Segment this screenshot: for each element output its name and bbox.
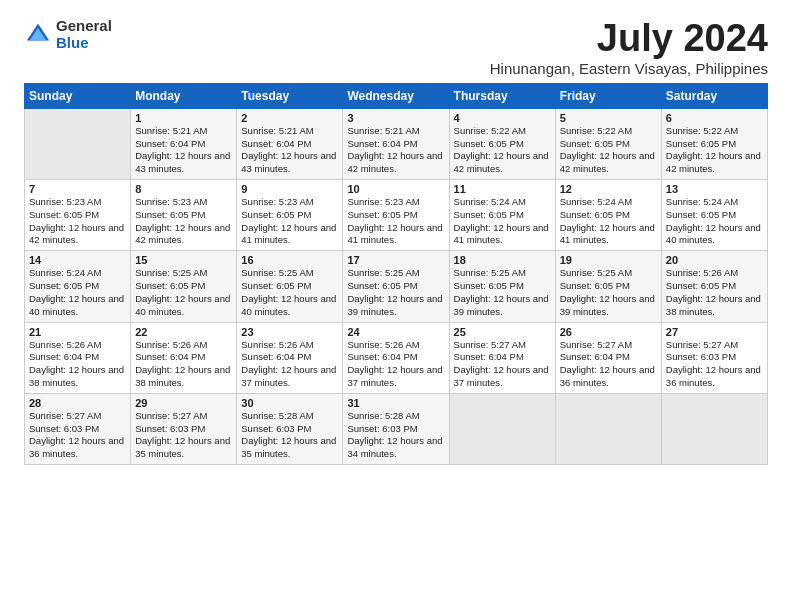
calendar-cell: 8Sunrise: 5:23 AMSunset: 6:05 PMDaylight…	[131, 180, 237, 251]
main-title: July 2024	[490, 18, 768, 60]
cell-info: Sunrise: 5:26 AMSunset: 6:04 PMDaylight:…	[241, 339, 336, 388]
day-number: 8	[135, 183, 232, 195]
day-number: 10	[347, 183, 444, 195]
calendar-cell: 19Sunrise: 5:25 AMSunset: 6:05 PMDayligh…	[555, 251, 661, 322]
day-number: 13	[666, 183, 763, 195]
cell-info: Sunrise: 5:25 AMSunset: 6:05 PMDaylight:…	[347, 267, 442, 316]
cell-info: Sunrise: 5:22 AMSunset: 6:05 PMDaylight:…	[560, 125, 655, 174]
day-number: 17	[347, 254, 444, 266]
day-number: 6	[666, 112, 763, 124]
logo-icon	[24, 21, 52, 49]
day-number: 31	[347, 397, 444, 409]
calendar-cell: 13Sunrise: 5:24 AMSunset: 6:05 PMDayligh…	[661, 180, 767, 251]
calendar-cell: 24Sunrise: 5:26 AMSunset: 6:04 PMDayligh…	[343, 322, 449, 393]
calendar-cell: 27Sunrise: 5:27 AMSunset: 6:03 PMDayligh…	[661, 322, 767, 393]
calendar-cell: 7Sunrise: 5:23 AMSunset: 6:05 PMDaylight…	[25, 180, 131, 251]
cell-info: Sunrise: 5:21 AMSunset: 6:04 PMDaylight:…	[347, 125, 442, 174]
calendar-cell: 18Sunrise: 5:25 AMSunset: 6:05 PMDayligh…	[449, 251, 555, 322]
day-number: 27	[666, 326, 763, 338]
day-number: 19	[560, 254, 657, 266]
calendar-cell	[555, 393, 661, 464]
logo-text: General Blue	[56, 18, 112, 51]
calendar-week-row: 1Sunrise: 5:21 AMSunset: 6:04 PMDaylight…	[25, 108, 768, 179]
day-number: 23	[241, 326, 338, 338]
day-number: 16	[241, 254, 338, 266]
day-number: 30	[241, 397, 338, 409]
header-day: Monday	[131, 83, 237, 108]
day-number: 28	[29, 397, 126, 409]
calendar-cell: 23Sunrise: 5:26 AMSunset: 6:04 PMDayligh…	[237, 322, 343, 393]
calendar-cell: 25Sunrise: 5:27 AMSunset: 6:04 PMDayligh…	[449, 322, 555, 393]
calendar-cell: 12Sunrise: 5:24 AMSunset: 6:05 PMDayligh…	[555, 180, 661, 251]
calendar-cell: 28Sunrise: 5:27 AMSunset: 6:03 PMDayligh…	[25, 393, 131, 464]
calendar-cell: 11Sunrise: 5:24 AMSunset: 6:05 PMDayligh…	[449, 180, 555, 251]
cell-info: Sunrise: 5:27 AMSunset: 6:03 PMDaylight:…	[29, 410, 124, 459]
calendar-cell	[661, 393, 767, 464]
cell-info: Sunrise: 5:27 AMSunset: 6:03 PMDaylight:…	[135, 410, 230, 459]
cell-info: Sunrise: 5:24 AMSunset: 6:05 PMDaylight:…	[454, 196, 549, 245]
header-day: Tuesday	[237, 83, 343, 108]
cell-info: Sunrise: 5:21 AMSunset: 6:04 PMDaylight:…	[135, 125, 230, 174]
day-number: 3	[347, 112, 444, 124]
cell-info: Sunrise: 5:21 AMSunset: 6:04 PMDaylight:…	[241, 125, 336, 174]
cell-info: Sunrise: 5:22 AMSunset: 6:05 PMDaylight:…	[454, 125, 549, 174]
calendar-body: 1Sunrise: 5:21 AMSunset: 6:04 PMDaylight…	[25, 108, 768, 464]
cell-info: Sunrise: 5:24 AMSunset: 6:05 PMDaylight:…	[666, 196, 761, 245]
calendar-cell	[449, 393, 555, 464]
calendar-cell: 15Sunrise: 5:25 AMSunset: 6:05 PMDayligh…	[131, 251, 237, 322]
day-number: 22	[135, 326, 232, 338]
title-block: July 2024 Hinunangan, Eastern Visayas, P…	[490, 18, 768, 77]
day-number: 18	[454, 254, 551, 266]
day-number: 26	[560, 326, 657, 338]
header-day: Thursday	[449, 83, 555, 108]
header-row: SundayMondayTuesdayWednesdayThursdayFrid…	[25, 83, 768, 108]
cell-info: Sunrise: 5:28 AMSunset: 6:03 PMDaylight:…	[241, 410, 336, 459]
cell-info: Sunrise: 5:25 AMSunset: 6:05 PMDaylight:…	[454, 267, 549, 316]
cell-info: Sunrise: 5:25 AMSunset: 6:05 PMDaylight:…	[241, 267, 336, 316]
cell-info: Sunrise: 5:23 AMSunset: 6:05 PMDaylight:…	[135, 196, 230, 245]
cell-info: Sunrise: 5:27 AMSunset: 6:03 PMDaylight:…	[666, 339, 761, 388]
cell-info: Sunrise: 5:26 AMSunset: 6:04 PMDaylight:…	[347, 339, 442, 388]
day-number: 14	[29, 254, 126, 266]
calendar-table: SundayMondayTuesdayWednesdayThursdayFrid…	[24, 83, 768, 465]
day-number: 5	[560, 112, 657, 124]
cell-info: Sunrise: 5:23 AMSunset: 6:05 PMDaylight:…	[347, 196, 442, 245]
calendar-week-row: 7Sunrise: 5:23 AMSunset: 6:05 PMDaylight…	[25, 180, 768, 251]
calendar-cell: 29Sunrise: 5:27 AMSunset: 6:03 PMDayligh…	[131, 393, 237, 464]
day-number: 20	[666, 254, 763, 266]
day-number: 11	[454, 183, 551, 195]
calendar-cell: 2Sunrise: 5:21 AMSunset: 6:04 PMDaylight…	[237, 108, 343, 179]
header-day: Friday	[555, 83, 661, 108]
calendar-cell: 3Sunrise: 5:21 AMSunset: 6:04 PMDaylight…	[343, 108, 449, 179]
cell-info: Sunrise: 5:27 AMSunset: 6:04 PMDaylight:…	[560, 339, 655, 388]
day-number: 21	[29, 326, 126, 338]
day-number: 4	[454, 112, 551, 124]
subtitle: Hinunangan, Eastern Visayas, Philippines	[490, 60, 768, 77]
cell-info: Sunrise: 5:28 AMSunset: 6:03 PMDaylight:…	[347, 410, 442, 459]
cell-info: Sunrise: 5:26 AMSunset: 6:05 PMDaylight:…	[666, 267, 761, 316]
calendar-cell: 14Sunrise: 5:24 AMSunset: 6:05 PMDayligh…	[25, 251, 131, 322]
cell-info: Sunrise: 5:27 AMSunset: 6:04 PMDaylight:…	[454, 339, 549, 388]
calendar-cell: 1Sunrise: 5:21 AMSunset: 6:04 PMDaylight…	[131, 108, 237, 179]
logo-blue: Blue	[56, 35, 112, 52]
cell-info: Sunrise: 5:25 AMSunset: 6:05 PMDaylight:…	[135, 267, 230, 316]
day-number: 9	[241, 183, 338, 195]
calendar-cell: 10Sunrise: 5:23 AMSunset: 6:05 PMDayligh…	[343, 180, 449, 251]
day-number: 24	[347, 326, 444, 338]
cell-info: Sunrise: 5:26 AMSunset: 6:04 PMDaylight:…	[135, 339, 230, 388]
header-day: Saturday	[661, 83, 767, 108]
calendar-cell: 6Sunrise: 5:22 AMSunset: 6:05 PMDaylight…	[661, 108, 767, 179]
calendar-cell: 20Sunrise: 5:26 AMSunset: 6:05 PMDayligh…	[661, 251, 767, 322]
calendar-cell: 16Sunrise: 5:25 AMSunset: 6:05 PMDayligh…	[237, 251, 343, 322]
header-day: Sunday	[25, 83, 131, 108]
calendar-header: SundayMondayTuesdayWednesdayThursdayFrid…	[25, 83, 768, 108]
day-number: 1	[135, 112, 232, 124]
calendar-cell: 5Sunrise: 5:22 AMSunset: 6:05 PMDaylight…	[555, 108, 661, 179]
calendar-cell: 26Sunrise: 5:27 AMSunset: 6:04 PMDayligh…	[555, 322, 661, 393]
cell-info: Sunrise: 5:23 AMSunset: 6:05 PMDaylight:…	[241, 196, 336, 245]
logo: General Blue	[24, 18, 112, 51]
cell-info: Sunrise: 5:23 AMSunset: 6:05 PMDaylight:…	[29, 196, 124, 245]
cell-info: Sunrise: 5:22 AMSunset: 6:05 PMDaylight:…	[666, 125, 761, 174]
calendar-cell: 4Sunrise: 5:22 AMSunset: 6:05 PMDaylight…	[449, 108, 555, 179]
calendar-week-row: 14Sunrise: 5:24 AMSunset: 6:05 PMDayligh…	[25, 251, 768, 322]
